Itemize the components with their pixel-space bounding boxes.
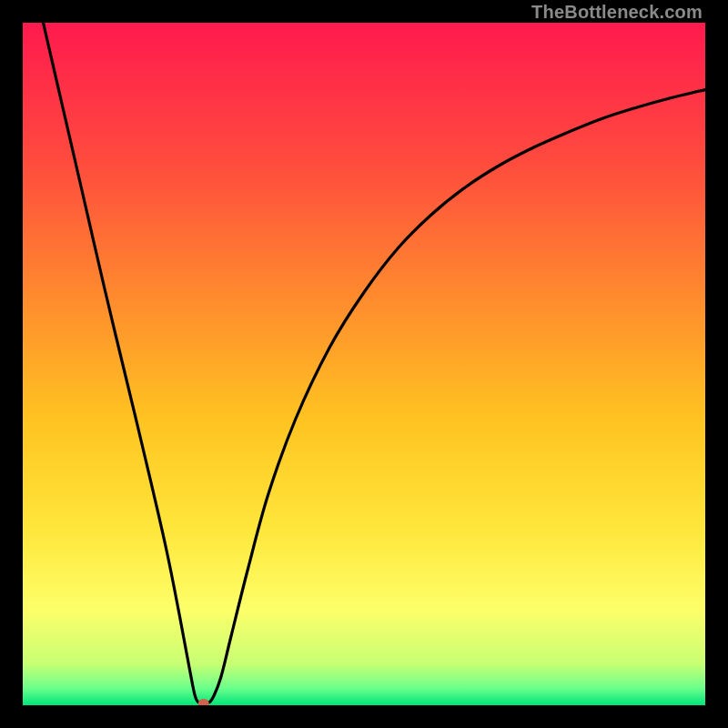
chart-background: [23, 23, 705, 705]
bottleneck-chart: [23, 23, 705, 705]
chart-frame: [23, 23, 705, 705]
watermark-text: TheBottleneck.com: [531, 2, 703, 23]
